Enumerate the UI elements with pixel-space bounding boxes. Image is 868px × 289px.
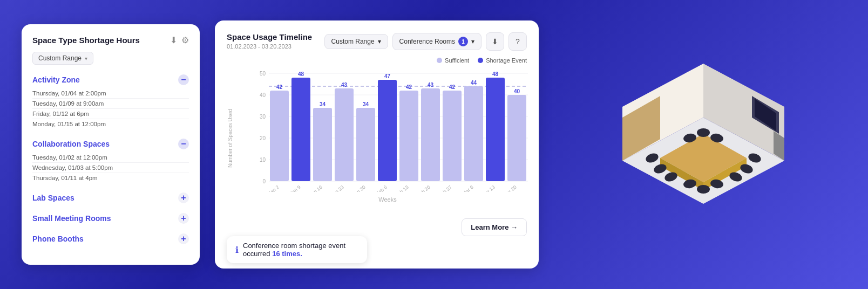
section-events-collaboration-spaces: Tuesday, 01/02 at 12:00pmWednesday, 01/0… — [32, 153, 189, 183]
shortage-dot — [478, 58, 483, 63]
bar-x-label: Feb 27 — [438, 184, 453, 192]
svg-text:10: 10 — [260, 157, 266, 163]
chart-bar — [507, 95, 526, 181]
chart-title-group: Space Usage Timeline 01.02.2023 - 03.20.… — [227, 32, 312, 50]
sections-container: Activity Zone−Thursday, 01/04 at 2:00pmT… — [32, 74, 189, 244]
room-dropdown-btn[interactable]: Conference Rooms 1 ▾ — [392, 33, 482, 50]
range-dropdown-label: Custom Range — [38, 54, 82, 62]
info-icon: ℹ — [235, 245, 239, 255]
chart-legend: Sufficient Shortage Event — [227, 57, 527, 64]
range-dropdown-btn[interactable]: Custom Range ▾ — [324, 34, 388, 49]
bar-x-label: Jan 23 — [330, 184, 345, 192]
event-item: Tuesday, 01/09 at 9:00am — [32, 99, 189, 109]
svg-text:50: 50 — [260, 71, 266, 77]
settings-icon[interactable]: ⚙ — [181, 35, 189, 45]
right-area — [539, 0, 868, 289]
chart-bar — [464, 86, 483, 181]
x-axis-title: Weeks — [253, 196, 523, 203]
chart-svg: 5040302010042Jan 248Jan 934Jan 1643Jan 2… — [253, 68, 533, 192]
svg-text:30: 30 — [260, 114, 266, 120]
section-header-collaboration-spaces[interactable]: Collaboration Spaces− — [32, 139, 189, 149]
room-count-badge: 1 — [458, 37, 468, 46]
section-toggle-collaboration-spaces[interactable]: − — [178, 139, 189, 149]
legend-shortage: Shortage Event — [478, 57, 527, 64]
chart-bar — [378, 80, 397, 181]
section-header-lab-spaces[interactable]: Lab Spaces+ — [32, 192, 189, 203]
chart-bar — [291, 78, 310, 181]
section-header-small-meeting-rooms[interactable]: Small Meeting Rooms+ — [32, 213, 189, 224]
learn-more-button[interactable]: Learn More → — [462, 218, 527, 236]
chart-title: Space Usage Timeline — [227, 32, 312, 42]
bar-value-label: 42 — [406, 84, 412, 90]
legend-sufficient: Sufficient — [437, 57, 469, 64]
section-toggle-activity-zone[interactable]: − — [178, 74, 189, 85]
left-card-icons: ⬇ ⚙ — [170, 35, 189, 45]
bar-x-label: Jan 16 — [309, 184, 323, 192]
section-lab-spaces: Lab Spaces+ — [32, 192, 189, 203]
section-events-activity-zone: Thursday, 01/04 at 2:00pmTuesday, 01/09 … — [32, 88, 189, 129]
svg-text:0: 0 — [262, 178, 266, 184]
chart-bar — [313, 108, 332, 181]
section-phone-booths: Phone Booths+ — [32, 233, 189, 244]
middle-header: Space Usage Timeline 01.02.2023 - 03.20.… — [227, 32, 527, 51]
chart-bar — [486, 78, 505, 181]
chart-bar — [421, 88, 440, 181]
bar-value-label: 43 — [428, 82, 434, 88]
section-title-small-meeting-rooms: Small Meeting Rooms — [32, 214, 111, 223]
chart-bar — [335, 88, 354, 181]
section-toggle-lab-spaces[interactable]: + — [178, 192, 189, 203]
question-icon: ? — [516, 37, 520, 46]
section-toggle-small-meeting-rooms[interactable]: + — [178, 213, 189, 224]
event-item: Thursday, 01/11 at 4pm — [32, 173, 189, 183]
bar-value-label: 34 — [363, 101, 369, 107]
section-title-collaboration-spaces: Collaboration Spaces — [32, 140, 110, 148]
bar-value-label: 42 — [276, 84, 283, 90]
bar-x-label: Feb 20 — [416, 184, 431, 192]
section-header-activity-zone[interactable]: Activity Zone− — [32, 74, 189, 85]
middle-controls: Custom Range ▾ Conference Rooms 1 ▾ ⬇ ? — [324, 32, 527, 51]
left-card-title: Space Type Shortage Hours — [32, 36, 140, 45]
bar-value-label: 40 — [514, 88, 520, 94]
download-icon[interactable]: ⬇ — [170, 35, 177, 45]
chart-subtitle: 01.02.2023 - 03.20.2023 — [227, 43, 312, 50]
chart-bar — [399, 91, 418, 181]
event-item: Wednesday, 01/03 at 5:00pm — [32, 163, 189, 173]
bar-value-label: 34 — [320, 101, 326, 107]
bar-value-label: 43 — [341, 82, 348, 88]
section-collaboration-spaces: Collaboration Spaces−Tuesday, 01/02 at 1… — [32, 139, 189, 183]
bar-x-label: Feb 13 — [395, 184, 410, 192]
section-title-lab-spaces: Lab Spaces — [32, 194, 74, 202]
left-card: Space Type Shortage Hours ⬇ ⚙ Custom Ran… — [22, 24, 200, 265]
section-header-phone-booths[interactable]: Phone Booths+ — [32, 233, 189, 244]
bar-value-label: 47 — [384, 73, 391, 79]
bar-value-label: 44 — [471, 80, 477, 86]
sufficient-label: Sufficient — [445, 57, 469, 64]
bar-value-label: 42 — [449, 84, 456, 90]
chart-bar — [356, 108, 375, 181]
section-toggle-phone-booths[interactable]: + — [178, 233, 189, 244]
download-btn[interactable]: ⬇ — [486, 32, 504, 51]
bar-x-label: Feb 6 — [375, 184, 388, 192]
download-icon: ⬇ — [492, 37, 498, 46]
svg-text:40: 40 — [260, 92, 266, 98]
chart-wrapper: 5040302010042Jan 248Jan 934Jan 1643Jan 2… — [253, 68, 523, 203]
chart-bar — [443, 91, 462, 181]
left-card-header: Space Type Shortage Hours ⬇ ⚙ — [32, 35, 189, 45]
chart-bar — [270, 91, 289, 181]
bar-x-label: Jan 9 — [289, 184, 301, 192]
svg-point-30 — [697, 185, 710, 194]
chart-tooltip: ℹ Conference room shortage event occurre… — [227, 236, 367, 263]
y-axis-title: Number of Spaces Used — [227, 109, 233, 168]
conference-room-image — [606, 53, 801, 236]
range-dropdown[interactable]: Custom Range ▾ — [32, 52, 93, 65]
tooltip-highlight: 16 times. — [272, 250, 302, 258]
chevron-down-icon: ▾ — [471, 38, 474, 45]
event-item: Friday, 01/12 at 6pm — [32, 109, 189, 119]
bar-value-label: 48 — [492, 71, 499, 77]
help-btn[interactable]: ? — [508, 32, 527, 51]
chevron-down-icon: ▾ — [378, 38, 381, 45]
chevron-down-icon: ▾ — [85, 56, 87, 61]
bar-value-label: 48 — [298, 71, 304, 77]
shortage-label: Shortage Event — [486, 57, 527, 64]
sufficient-dot — [437, 58, 442, 63]
